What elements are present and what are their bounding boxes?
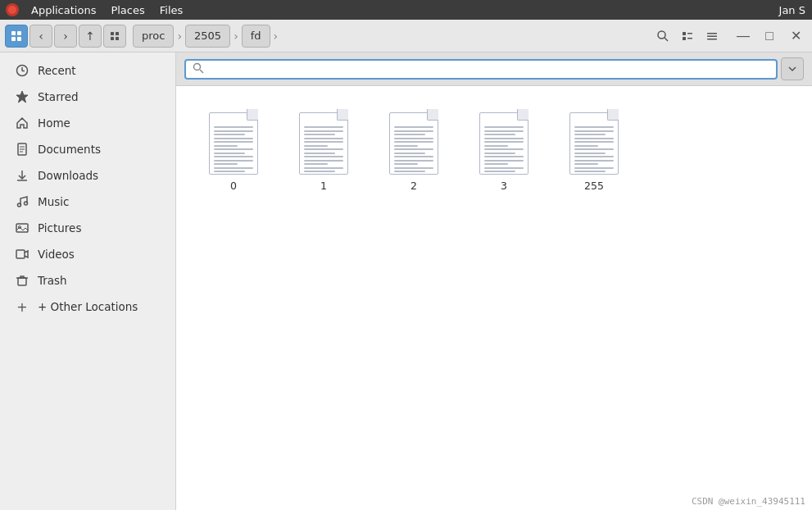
downloads-icon: [15, 168, 29, 183]
documents-icon: [15, 142, 29, 157]
file-name-3: 3: [501, 180, 507, 192]
file-item-2[interactable]: 2: [373, 102, 455, 198]
svg-rect-4: [11, 37, 16, 41]
svg-rect-15: [687, 38, 692, 39]
sidebar-music-label: Music: [38, 195, 69, 208]
home-icon: [15, 116, 29, 130]
sidebar-videos-label: Videos: [38, 248, 75, 261]
close-button[interactable]: ✕: [784, 25, 807, 48]
svg-rect-3: [17, 31, 21, 35]
recent-icon: [15, 63, 29, 78]
sidebar-recent-label: Recent: [38, 64, 76, 77]
watermark: CSDN @weixin_43945111: [692, 496, 805, 507]
svg-line-37: [200, 70, 203, 73]
minimize-button[interactable]: —: [732, 25, 755, 48]
bookmarks-icon: [109, 30, 120, 42]
music-icon: [15, 194, 29, 209]
svg-rect-31: [16, 224, 28, 232]
videos-icon: [15, 247, 29, 262]
system-clock: Jan S: [779, 4, 805, 16]
svg-rect-2: [11, 31, 16, 35]
pictures-icon: [15, 221, 29, 235]
sidebar-item-pictures[interactable]: Pictures: [3, 215, 172, 241]
maximize-button[interactable]: □: [758, 25, 781, 48]
svg-rect-17: [707, 35, 717, 37]
menu-applications[interactable]: Applications: [25, 2, 102, 18]
list-view-button[interactable]: [676, 25, 699, 48]
file-item-255[interactable]: 255: [553, 102, 635, 198]
sidebar-pictures-label: Pictures: [38, 221, 81, 235]
breadcrumb-sep-1: ›: [175, 30, 184, 43]
file-grid: 0: [176, 86, 812, 510]
search-toggle-button[interactable]: [651, 25, 674, 48]
svg-rect-13: [687, 33, 692, 34]
up-button[interactable]: ↑: [79, 25, 102, 48]
starred-icon: [15, 89, 29, 104]
sidebar-item-recent[interactable]: Recent: [3, 57, 172, 84]
search-input[interactable]: [209, 63, 769, 75]
more-options-button[interactable]: [701, 25, 724, 48]
breadcrumb-sep-2: ›: [232, 30, 240, 43]
svg-rect-9: [116, 37, 119, 40]
menu-files[interactable]: Files: [153, 2, 190, 18]
forward-button[interactable]: ›: [54, 25, 77, 48]
svg-marker-22: [16, 91, 28, 102]
breadcrumb-proc[interactable]: proc: [133, 25, 174, 48]
search-input-wrap[interactable]: [184, 59, 778, 80]
search-dropdown-button[interactable]: [781, 57, 804, 80]
search-magnifier-icon: [193, 62, 204, 76]
bookmarks-button[interactable]: [103, 25, 126, 48]
search-icon: [656, 30, 669, 43]
svg-rect-6: [111, 32, 114, 35]
svg-rect-34: [18, 278, 26, 285]
svg-rect-7: [116, 32, 119, 35]
search-bar: [176, 52, 812, 86]
svg-rect-14: [683, 37, 686, 40]
menu-places[interactable]: Places: [104, 2, 151, 18]
svg-point-1: [8, 6, 16, 14]
file-item-0[interactable]: 0: [193, 102, 274, 198]
sidebar-downloads-label: Downloads: [38, 169, 98, 182]
breadcrumb-sep-3: ›: [272, 30, 280, 43]
forward-icon: ›: [63, 30, 68, 43]
file-item-1[interactable]: 1: [283, 102, 365, 198]
svg-rect-33: [16, 250, 25, 258]
file-name-0: 0: [230, 180, 237, 192]
back-button[interactable]: ‹: [29, 25, 52, 48]
sidebar-item-starred[interactable]: Starred: [3, 84, 172, 110]
svg-rect-18: [707, 39, 717, 40]
home-view-button[interactable]: [5, 25, 28, 48]
sidebar-item-home[interactable]: Home: [3, 110, 172, 136]
file-icon-2: [388, 109, 440, 175]
sidebar-item-videos[interactable]: Videos: [3, 241, 172, 267]
file-name-255: 255: [584, 180, 604, 192]
grid-square-icon: [11, 30, 22, 42]
sidebar-starred-label: Starred: [38, 90, 79, 103]
sidebar-other-label: + Other Locations: [38, 300, 138, 313]
sidebar-item-downloads[interactable]: Downloads: [3, 162, 172, 189]
back-icon: ‹: [39, 30, 43, 43]
dropdown-arrow-icon: [787, 64, 797, 74]
file-item-3[interactable]: 3: [463, 102, 545, 198]
list-view-icon: [681, 30, 694, 43]
file-icon-1: [297, 109, 350, 175]
sidebar-item-music[interactable]: Music: [3, 189, 172, 215]
sidebar-item-trash[interactable]: Trash: [3, 267, 172, 294]
file-name-1: 1: [320, 180, 327, 192]
app-logo-icon: [5, 2, 20, 17]
svg-point-30: [25, 202, 28, 205]
toolbar: ‹ › ↑ proc › 2505 › fd ›: [0, 20, 812, 52]
file-icon-255: [568, 109, 620, 175]
hamburger-icon: [705, 30, 719, 43]
sidebar-item-other-locations[interactable]: + + Other Locations: [3, 294, 172, 320]
breadcrumb-fd[interactable]: fd: [242, 25, 270, 48]
sidebar-home-label: Home: [38, 116, 70, 130]
svg-point-29: [18, 203, 21, 207]
plus-icon: +: [15, 299, 29, 314]
main-layout: Recent Starred Home Documents Downloads: [0, 52, 812, 510]
file-icon-3: [478, 109, 530, 175]
sidebar-item-documents[interactable]: Documents: [3, 136, 172, 162]
up-icon: ↑: [85, 30, 95, 43]
file-icon-0: [207, 109, 260, 175]
breadcrumb-2505[interactable]: 2505: [185, 25, 230, 48]
